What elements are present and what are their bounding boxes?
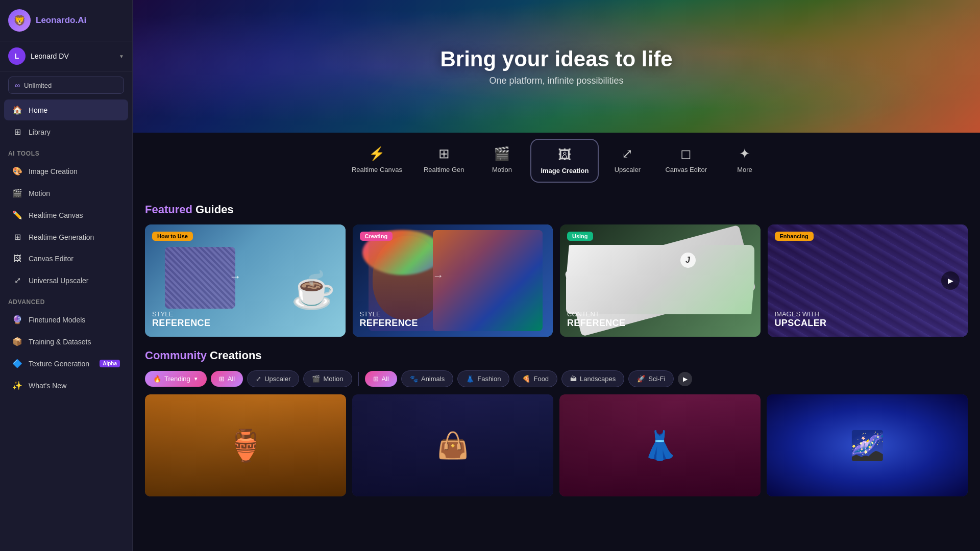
tool-label: Canvas Editor	[665, 166, 707, 173]
realtime-gen-icon: ⊞	[12, 232, 22, 242]
sidebar-item-realtime-generation[interactable]: ⊞ Realtime Generation	[4, 227, 128, 247]
logo-area: 🦁 Leonardo.Ai	[0, 0, 132, 41]
sidebar-item-label: Finetuned Models	[29, 316, 85, 324]
sidebar: 🦁 Leonardo.Ai L Leonard DV ▼ ∞ Unlimited…	[0, 0, 133, 551]
advanced-label: Advanced	[0, 291, 132, 309]
sidebar-item-image-creation[interactable]: 🎨 Image Creation	[4, 161, 128, 182]
models-icon: 🔮	[12, 315, 22, 324]
tool-realtime-canvas[interactable]: ⚡ Realtime Canvas	[342, 139, 411, 183]
tool-more[interactable]: ✦ More	[719, 139, 770, 183]
tool-label: Upscaler	[615, 166, 641, 173]
community-image-3[interactable]: 🌌	[767, 394, 968, 496]
filter-upscaler[interactable]: ⤢ Upscaler	[247, 370, 299, 387]
tool-motion[interactable]: 🎬 Motion	[476, 139, 527, 183]
grid-icon: ⊞	[12, 127, 22, 137]
community-image-2[interactable]: 👗	[559, 394, 761, 496]
sidebar-item-label: Motion	[29, 189, 50, 197]
datasets-icon: 📦	[12, 337, 22, 346]
guide-card-2[interactable]: J Using CONTENT REFERENCE	[560, 224, 761, 337]
ai-tools-label: AI Tools	[0, 143, 132, 160]
sidebar-item-canvas-editor[interactable]: 🖼 Canvas Editor	[4, 248, 128, 269]
grid-filter-icon: ⊞	[219, 375, 225, 383]
tool-image-creation[interactable]: 🖼 Image Creation	[530, 139, 599, 183]
sidebar-item-finetuned-models[interactable]: 🔮 Finetuned Models	[4, 309, 128, 330]
hero-subtitle: One platform, infinite possibilities	[489, 76, 623, 86]
guide-card-3[interactable]: ▶ Enhancing IMAGES WITH UPSCALER	[768, 224, 968, 337]
filter-motion[interactable]: 🎬 Motion	[303, 370, 352, 387]
sidebar-item-label: Universal Upscaler	[29, 277, 88, 285]
filter-all-left[interactable]: ⊞ All	[211, 371, 243, 387]
animals-icon: 🐾	[410, 375, 418, 383]
user-area[interactable]: L Leonard DV ▼	[0, 41, 132, 71]
dropdown-icon: ▼	[193, 376, 199, 382]
guide-title-0: STYLE REFERENCE	[152, 310, 338, 329]
tool-label: Motion	[492, 166, 512, 173]
plan-badge: ∞ Unlimited	[8, 77, 124, 94]
guide-card-0[interactable]: ☕ → How to Use STYLE REFERENCE	[145, 224, 346, 337]
sidebar-item-universal-upscaler[interactable]: ⤢ Universal Upscaler	[4, 270, 128, 291]
sidebar-item-label: Library	[29, 128, 51, 136]
featured-guides-title: Featured Guides	[145, 203, 968, 216]
image-creation-tool-icon: 🖼	[558, 147, 571, 163]
filter-animals[interactable]: 🐾 Animals	[401, 370, 453, 387]
plan-icon: ∞	[15, 81, 20, 89]
canvas-editor-tool-icon: ◻	[680, 146, 692, 162]
app-name: Leonardo.Ai	[36, 15, 86, 26]
filter-landscapes[interactable]: 🏔 Landscapes	[561, 370, 624, 387]
play-button[interactable]: ▶	[941, 271, 960, 290]
tool-label: More	[737, 166, 752, 173]
community-image-1[interactable]: 👜	[352, 394, 553, 496]
motion-filter-icon: 🎬	[312, 375, 320, 383]
motion-icon: 🎬	[12, 188, 22, 198]
sidebar-item-home[interactable]: 🏠 Home	[4, 99, 128, 120]
main-content: Bring your ideas to life One platform, i…	[133, 0, 980, 551]
filter-food[interactable]: 🍕 Food	[513, 370, 557, 387]
sidebar-item-label: Realtime Canvas	[29, 211, 83, 219]
image-creation-icon: 🎨	[12, 166, 22, 176]
tool-label: Realtime Gen	[424, 166, 464, 173]
sidebar-item-label: Texture Generation	[29, 360, 89, 368]
sidebar-item-texture-generation[interactable]: 🔷 Texture Generation Alpha	[4, 353, 128, 374]
hero-banner: Bring your ideas to life One platform, i…	[133, 0, 980, 133]
tool-upscaler[interactable]: ⤢ Upscaler	[602, 139, 653, 183]
fire-icon: 🔥	[153, 375, 161, 383]
scifi-icon: 🚀	[637, 375, 645, 383]
sidebar-item-training-datasets[interactable]: 📦 Training & Datasets	[4, 331, 128, 352]
filter-fashion[interactable]: 👗 Fashion	[457, 370, 509, 387]
plan-label: Unlimited	[24, 82, 52, 89]
user-name: Leonard DV	[31, 52, 114, 60]
motion-tool-icon: 🎬	[494, 146, 510, 162]
guide-tag-1: Creating	[360, 232, 393, 241]
guide-card-1[interactable]: → Creating STYLE REFERENCE	[353, 224, 553, 337]
guide-title-3: IMAGES WITH UPSCALER	[775, 310, 961, 329]
tool-canvas-editor[interactable]: ◻ Canvas Editor	[656, 139, 716, 183]
tool-realtime-gen[interactable]: ⊞ Realtime Gen	[414, 139, 473, 183]
sidebar-item-label: Home	[29, 106, 47, 114]
sidebar-item-whats-new[interactable]: ✨ What's New	[4, 375, 128, 396]
upscaler-icon: ⤢	[12, 276, 22, 285]
filters-next-button[interactable]: ▶	[678, 372, 692, 386]
sidebar-item-label: Training & Datasets	[29, 338, 91, 346]
filter-row: 🔥 Trending ▼ ⊞ All ⤢ Upscaler 🎬 Motion ⊞…	[145, 370, 968, 387]
filter-scifi[interactable]: 🚀 Sci-Fi	[628, 370, 674, 387]
guide-tag-3: Enhancing	[775, 232, 814, 241]
sidebar-item-library[interactable]: ⊞ Library	[4, 121, 128, 142]
sidebar-item-realtime-canvas[interactable]: ✏️ Realtime Canvas	[4, 205, 128, 226]
whats-new-icon: ✨	[12, 381, 22, 390]
filter-all-right[interactable]: ⊞ All	[365, 371, 397, 387]
realtime-canvas-icon: ✏️	[12, 210, 22, 220]
community-image-0[interactable]: 🏺	[145, 394, 346, 496]
featured-guides-section: Featured Guides ☕ → How to Use S	[133, 193, 980, 345]
logo-avatar: 🦁	[8, 9, 31, 32]
sidebar-item-motion[interactable]: 🎬 Motion	[4, 183, 128, 204]
food-icon: 🍕	[522, 375, 530, 383]
realtime-canvas-tool-icon: ⚡	[369, 146, 385, 162]
guides-row: ☕ → How to Use STYLE REFERENCE	[145, 224, 968, 337]
filter-trending[interactable]: 🔥 Trending ▼	[145, 371, 207, 387]
tool-label: Realtime Canvas	[352, 166, 402, 173]
community-title: Community Creations	[145, 349, 968, 362]
community-section: Community Creations 🔥 Trending ▼ ⊞ All ⤢…	[133, 345, 980, 505]
more-tool-icon: ✦	[739, 146, 750, 162]
tools-row: ⚡ Realtime Canvas ⊞ Realtime Gen 🎬 Motio…	[133, 133, 980, 193]
hero-title: Bring your ideas to life	[440, 47, 672, 71]
